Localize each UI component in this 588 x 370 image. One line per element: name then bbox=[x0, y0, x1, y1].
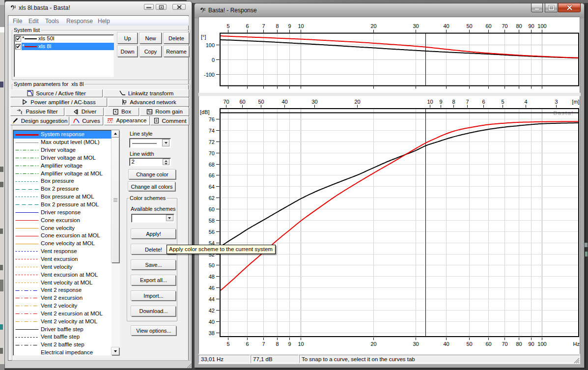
svg-text:68: 68 bbox=[209, 162, 215, 168]
svg-text:70: 70 bbox=[502, 341, 507, 347]
svg-text:50: 50 bbox=[209, 262, 215, 268]
svg-text:44: 44 bbox=[209, 296, 215, 302]
svg-text:[dB]: [dB] bbox=[200, 109, 210, 115]
svg-text:48: 48 bbox=[209, 274, 215, 280]
svg-text:20: 20 bbox=[354, 99, 360, 105]
svg-text:80: 80 bbox=[516, 341, 522, 347]
svg-text:76: 76 bbox=[209, 116, 215, 122]
svg-text:40: 40 bbox=[209, 319, 215, 325]
svg-text:80: 80 bbox=[516, 23, 522, 29]
svg-text:70: 70 bbox=[502, 23, 507, 29]
svg-text:8: 8 bbox=[276, 23, 279, 29]
svg-text:30: 30 bbox=[413, 341, 419, 347]
svg-text:72: 72 bbox=[209, 139, 215, 145]
svg-text:46: 46 bbox=[209, 285, 215, 291]
svg-text:5: 5 bbox=[226, 23, 229, 29]
svg-text:50: 50 bbox=[258, 99, 264, 105]
svg-text:62: 62 bbox=[209, 195, 215, 201]
svg-text:5: 5 bbox=[501, 99, 504, 105]
svg-text:60: 60 bbox=[209, 206, 215, 212]
svg-text:9: 9 bbox=[439, 99, 442, 105]
svg-text:Hz: Hz bbox=[573, 341, 580, 347]
svg-text:30: 30 bbox=[311, 99, 317, 105]
svg-text:20: 20 bbox=[370, 23, 376, 29]
svg-text:40: 40 bbox=[281, 99, 287, 105]
svg-text:100: 100 bbox=[537, 341, 546, 347]
svg-text:56: 56 bbox=[209, 229, 215, 235]
svg-text:38: 38 bbox=[209, 330, 215, 336]
svg-text:66: 66 bbox=[209, 172, 215, 178]
svg-text:0: 0 bbox=[212, 57, 215, 63]
svg-text:60: 60 bbox=[485, 341, 491, 347]
svg-text:5: 5 bbox=[226, 341, 229, 347]
svg-text:6: 6 bbox=[246, 341, 249, 347]
svg-text:6: 6 bbox=[482, 99, 485, 105]
svg-text:60: 60 bbox=[239, 99, 245, 105]
svg-text:8: 8 bbox=[276, 341, 279, 347]
svg-text:70: 70 bbox=[209, 150, 215, 156]
svg-text:50: 50 bbox=[466, 341, 472, 347]
svg-text:100: 100 bbox=[537, 23, 546, 29]
svg-text:20: 20 bbox=[370, 341, 376, 347]
svg-text:[°]: [°] bbox=[201, 34, 206, 40]
svg-text:9: 9 bbox=[288, 341, 291, 347]
svg-text:8: 8 bbox=[452, 99, 455, 105]
svg-text:60: 60 bbox=[485, 23, 491, 29]
svg-text:40: 40 bbox=[443, 23, 449, 29]
svg-text:74: 74 bbox=[209, 128, 215, 134]
svg-text:70: 70 bbox=[223, 99, 229, 105]
svg-text:64: 64 bbox=[209, 184, 215, 190]
svg-text:10: 10 bbox=[298, 23, 304, 29]
svg-text:-100: -100 bbox=[204, 72, 215, 78]
svg-text:6: 6 bbox=[246, 23, 249, 29]
svg-text:3: 3 bbox=[555, 99, 558, 105]
svg-text:42: 42 bbox=[209, 308, 215, 313]
svg-text:10: 10 bbox=[427, 99, 433, 105]
svg-text:30: 30 bbox=[413, 23, 419, 29]
svg-text:10: 10 bbox=[298, 341, 304, 347]
svg-text:7: 7 bbox=[466, 99, 469, 105]
svg-text:100: 100 bbox=[206, 42, 215, 48]
svg-text:50: 50 bbox=[466, 23, 472, 29]
svg-text:90: 90 bbox=[528, 341, 534, 347]
svg-text:4: 4 bbox=[524, 99, 527, 105]
svg-text:40: 40 bbox=[443, 341, 449, 347]
svg-text:[m]: [m] bbox=[572, 99, 579, 105]
svg-text:7: 7 bbox=[262, 341, 265, 347]
svg-text:58: 58 bbox=[209, 218, 215, 224]
svg-text:7: 7 bbox=[262, 23, 265, 29]
svg-text:90: 90 bbox=[528, 23, 534, 29]
svg-text:9: 9 bbox=[288, 23, 291, 29]
